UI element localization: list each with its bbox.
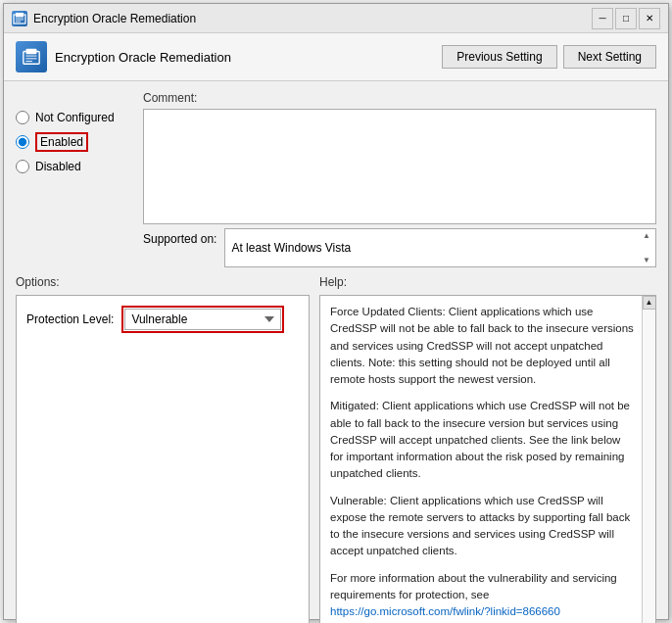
not-configured-radio[interactable] <box>16 111 29 124</box>
close-button[interactable]: ✕ <box>639 8 660 29</box>
title-controls: ─ □ ✕ <box>592 8 660 29</box>
enabled-label: Enabled <box>35 132 88 152</box>
title-bar: Encryption Oracle Remediation ─ □ ✕ <box>4 4 668 33</box>
scroll-up-button[interactable]: ▲ <box>643 296 656 310</box>
help-paragraph-3: Vulnerable: Client applications which us… <box>330 493 636 560</box>
help-paragraph-1: Force Updated Clients: Client applicatio… <box>330 304 636 388</box>
disabled-label: Disabled <box>35 160 81 173</box>
main-window: Encryption Oracle Remediation ─ □ ✕ Encr… <box>3 3 669 620</box>
supported-box: At least Windows Vista ▲ ▼ <box>224 228 656 267</box>
comment-input[interactable] <box>143 109 656 224</box>
protection-dropdown[interactable]: Vulnerable Mitigated Force Updated Clien… <box>124 309 281 330</box>
scroll-track <box>643 310 655 623</box>
header-buttons: Previous Setting Next Setting <box>442 45 656 69</box>
dropdown-wrapper: Vulnerable Mitigated Force Updated Clien… <box>121 306 284 333</box>
supported-label: Supported on: <box>143 228 216 246</box>
comment-label: Comment: <box>143 91 656 105</box>
lower-section: Options: Protection Level: Vulnerable Mi… <box>16 275 656 623</box>
not-configured-option[interactable]: Not Configured <box>16 111 133 124</box>
maximize-button[interactable]: □ <box>615 8 637 29</box>
svg-rect-1 <box>16 13 24 17</box>
help-title: Help: <box>319 275 656 289</box>
disabled-radio[interactable] <box>16 160 29 173</box>
window-icon <box>12 11 27 26</box>
window-title: Encryption Oracle Remediation <box>33 12 196 25</box>
previous-setting-button[interactable]: Previous Setting <box>442 45 556 69</box>
header-icon <box>16 41 47 72</box>
enabled-option[interactable]: Enabled <box>16 132 133 152</box>
top-section: Not Configured Enabled Disabled Comment:… <box>16 91 656 267</box>
supported-scrollbar: ▲ ▼ <box>640 231 653 264</box>
help-link[interactable]: https://go.microsoft.com/fwlink/?linkid=… <box>330 605 560 617</box>
header-title-row: Encryption Oracle Remediation <box>16 41 231 72</box>
header-bar: Encryption Oracle Remediation Previous S… <box>4 33 668 81</box>
main-content: Not Configured Enabled Disabled Comment:… <box>4 81 668 623</box>
comment-section: Comment: Supported on: At least Windows … <box>143 91 656 267</box>
disabled-option[interactable]: Disabled <box>16 160 133 173</box>
help-paragraph-4: For more information about the vulnerabi… <box>330 570 636 621</box>
protection-label: Protection Level: <box>26 312 114 326</box>
help-paragraph-2: Mitigated: Client applications which use… <box>330 398 636 482</box>
help-box: Force Updated Clients: Client applicatio… <box>319 295 656 623</box>
next-setting-button[interactable]: Next Setting <box>563 45 656 69</box>
options-panel: Options: Protection Level: Vulnerable Mi… <box>16 275 310 623</box>
options-inner: Protection Level: Vulnerable Mitigated F… <box>16 295 310 623</box>
supported-section: Supported on: At least Windows Vista ▲ ▼ <box>143 228 656 267</box>
minimize-button[interactable]: ─ <box>592 8 613 29</box>
enabled-radio[interactable] <box>16 135 29 149</box>
not-configured-label: Not Configured <box>35 111 115 124</box>
title-bar-left: Encryption Oracle Remediation <box>12 11 196 26</box>
scroll-down-icon: ▼ <box>643 256 650 264</box>
help-panel: Help: Force Updated Clients: Client appl… <box>319 275 656 623</box>
options-title: Options: <box>16 275 310 289</box>
supported-value: At least Windows Vista <box>231 241 351 255</box>
protection-row: Protection Level: Vulnerable Mitigated F… <box>26 306 299 333</box>
help-scrollbar[interactable]: ▲ ▼ <box>642 296 655 623</box>
radio-panel: Not Configured Enabled Disabled <box>16 91 133 267</box>
svg-rect-6 <box>26 49 37 54</box>
header-title: Encryption Oracle Remediation <box>55 50 231 65</box>
scroll-up-icon: ▲ <box>643 231 650 240</box>
